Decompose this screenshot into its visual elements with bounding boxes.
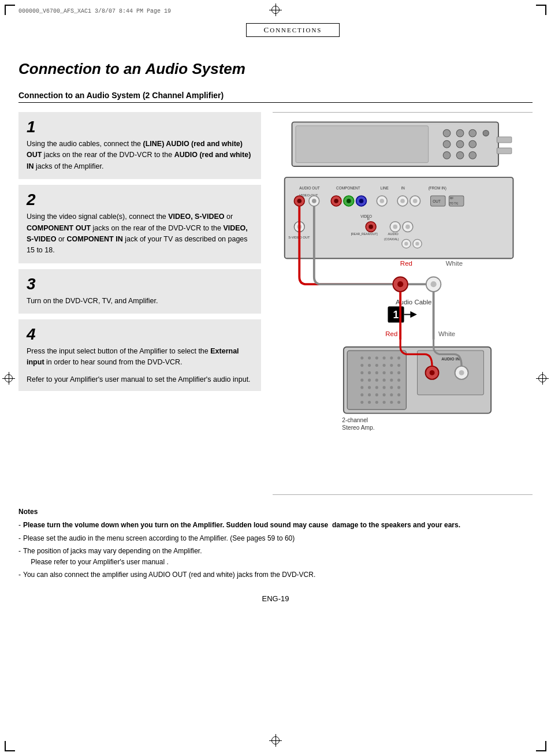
- svg-point-113: [383, 401, 386, 404]
- page-number: ENG-19: [18, 594, 533, 603]
- connection-diagram: AUDIO OUT COMPONENT LINE IN (FROM IN) VI…: [277, 118, 528, 487]
- svg-text:Red: Red: [385, 330, 397, 337]
- step-4-block: 4 Press the input select button of the A…: [18, 319, 261, 375]
- svg-point-24: [312, 199, 317, 203]
- note-text-3: The position of jacks may vary depending…: [23, 546, 202, 568]
- svg-text:AUDIO OUT: AUDIO OUT: [299, 186, 320, 190]
- note-item-1: - Please turn the volume down when you t…: [18, 520, 533, 531]
- corner-mark-br: [536, 741, 546, 751]
- two-col-layout: 1 Using the audio cables, connect the (L…: [18, 112, 533, 495]
- svg-point-30: [359, 199, 364, 203]
- note-dash-4: -: [18, 569, 21, 580]
- svg-point-91: [397, 371, 400, 374]
- svg-point-7: [456, 140, 464, 148]
- note-item-4: - You can also connect the amplifier usi…: [18, 569, 533, 580]
- svg-point-34: [400, 199, 405, 203]
- connections-banner: CONNECTIONS: [246, 23, 340, 37]
- svg-point-81: [368, 364, 371, 367]
- svg-text:White: White: [446, 260, 463, 267]
- svg-point-89: [383, 371, 386, 374]
- note-dash-1: -: [18, 520, 21, 531]
- steps-column: 1 Using the audio cables, connect the (L…: [18, 112, 261, 495]
- svg-point-112: [375, 401, 378, 404]
- svg-rect-1: [296, 126, 429, 163]
- svg-point-88: [375, 371, 378, 374]
- svg-point-86: [360, 371, 363, 374]
- step-1-block: 1 Using the audio cables, connect the (L…: [18, 112, 261, 179]
- diagram-area: AUDIO OUT COMPONENT LINE IN (FROM IN) VI…: [273, 112, 533, 495]
- svg-point-79: [397, 356, 400, 359]
- step-3-block: 3 Turn on the DVD-VCR, TV, and Amplifier…: [18, 269, 261, 314]
- svg-point-110: [360, 401, 363, 404]
- svg-text:2-channel: 2-channel: [342, 417, 368, 423]
- step-3-number: 3: [27, 276, 253, 292]
- step-2-block: 2 Using the video signal cable(s), conne…: [18, 185, 261, 263]
- corner-mark-tl: [5, 5, 15, 15]
- svg-point-3: [456, 129, 464, 137]
- note-dash-3: -: [18, 546, 21, 568]
- svg-point-36: [413, 199, 418, 203]
- step-1-number: 1: [27, 119, 253, 135]
- svg-point-63: [397, 281, 403, 287]
- svg-point-108: [390, 393, 393, 396]
- svg-point-103: [397, 386, 400, 389]
- svg-point-4: [469, 129, 476, 137]
- svg-text:VIDEO: VIDEO: [360, 214, 372, 218]
- svg-point-96: [390, 379, 393, 382]
- svg-point-87: [368, 371, 371, 374]
- svg-point-59: [415, 242, 419, 245]
- svg-point-95: [383, 379, 386, 382]
- connections-label: CONNECTIONS: [264, 27, 322, 33]
- svg-point-114: [390, 401, 393, 404]
- svg-point-28: [347, 199, 351, 203]
- svg-text:(FROM IN): (FROM IN): [429, 186, 446, 191]
- svg-point-83: [383, 364, 386, 367]
- svg-text:1: 1: [393, 309, 399, 321]
- svg-point-92: [360, 379, 363, 382]
- svg-point-93: [368, 379, 371, 382]
- svg-point-98: [360, 386, 363, 389]
- svg-point-82: [375, 364, 378, 367]
- svg-point-105: [368, 393, 371, 396]
- svg-text:R: R: [367, 217, 370, 221]
- step-2-text: Using the video signal cable(s), connect…: [27, 211, 253, 256]
- svg-text:[REAR_REAR/OUT]: [REAR_REAR/OUT]: [351, 232, 378, 236]
- corner-mark-bl: [5, 741, 15, 751]
- svg-point-99: [368, 386, 371, 389]
- svg-text:AUDIO: AUDIO: [388, 232, 399, 236]
- svg-text:Stereo Amp.: Stereo Amp.: [342, 424, 374, 431]
- svg-point-47: [368, 225, 373, 229]
- svg-text:COMPONENT: COMPONENT: [336, 186, 360, 190]
- step-4-number: 4: [27, 326, 253, 342]
- notes-title: Notes: [18, 507, 533, 517]
- svg-text:OUT: OUT: [433, 199, 441, 203]
- svg-rect-13: [497, 148, 512, 154]
- step-3-text: Turn on the DVD-VCR, TV, and Amplifier.: [27, 296, 253, 307]
- section-title: Connection to an Audio System (2 Channel…: [18, 91, 533, 103]
- diagram-column: AUDIO OUT COMPONENT LINE IN (FROM IN) VI…: [273, 112, 533, 495]
- svg-point-101: [383, 386, 386, 389]
- svg-point-78: [390, 356, 393, 359]
- svg-point-109: [397, 393, 400, 396]
- page-content: CONNECTIONS Connection to an Audio Syste…: [18, 23, 533, 733]
- svg-text:White: White: [438, 330, 455, 337]
- svg-point-104: [360, 393, 363, 396]
- svg-point-52: [405, 225, 410, 229]
- svg-point-8: [469, 140, 476, 148]
- step-1-text: Using the audio cables, connect the (LIN…: [27, 139, 253, 172]
- right-reg-mark: [536, 372, 549, 385]
- svg-point-5: [483, 130, 489, 136]
- main-title: Connection to an Audio System: [18, 60, 533, 78]
- svg-point-57: [404, 242, 408, 245]
- svg-text:Red: Red: [400, 260, 412, 267]
- svg-point-9: [443, 151, 451, 159]
- svg-point-6: [443, 140, 451, 148]
- svg-point-80: [360, 364, 363, 367]
- svg-point-115: [397, 401, 400, 404]
- bottom-reg-mark: [269, 734, 282, 747]
- note-item-2: - Please set the audio in the menu scree…: [18, 533, 533, 544]
- svg-point-26: [334, 199, 338, 203]
- note-item-3: - The position of jacks may vary dependi…: [18, 546, 533, 568]
- svg-text:LINE: LINE: [381, 186, 389, 190]
- svg-point-111: [368, 401, 371, 404]
